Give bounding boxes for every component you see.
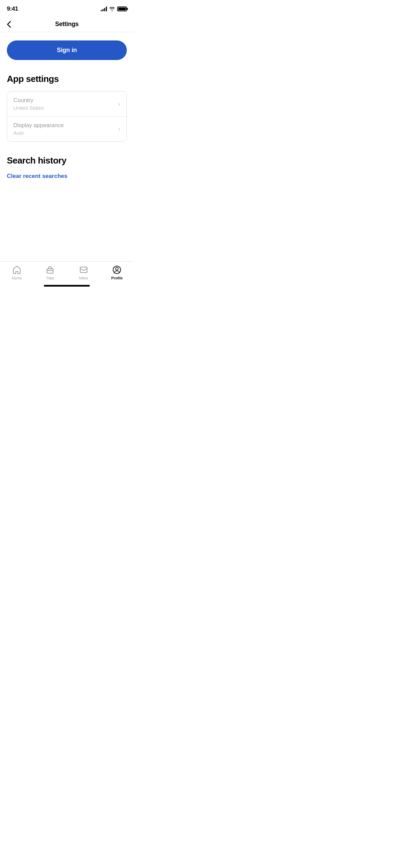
country-chevron-icon: › [118, 100, 120, 108]
home-icon [12, 265, 22, 275]
profile-icon [112, 265, 122, 275]
display-appearance-setting-value: Auto [13, 130, 64, 136]
status-time: 9:41 [7, 5, 18, 12]
search-history-section: Search history Clear recent searches [7, 155, 127, 180]
app-settings-section-title: App settings [7, 74, 127, 84]
back-chevron-icon [7, 21, 11, 28]
tab-inbox[interactable]: Inbox [67, 265, 100, 280]
display-appearance-setting-item[interactable]: Display appearance Auto › [7, 117, 126, 141]
country-setting-item[interactable]: Country United States › [7, 92, 126, 117]
tab-trips[interactable]: Trips [34, 265, 67, 280]
main-content: Sign in App settings Country United Stat… [0, 32, 134, 258]
battery-icon [117, 7, 127, 11]
tab-home[interactable]: Home [0, 265, 34, 280]
display-appearance-setting-content: Display appearance Auto [13, 122, 64, 136]
status-bar: 9:41 [0, 0, 134, 16]
tab-inbox-label: Inbox [79, 276, 88, 280]
country-setting-label: Country [13, 97, 44, 104]
tab-trips-label: Trips [46, 276, 54, 280]
page-title: Settings [55, 21, 79, 28]
home-indicator [44, 285, 90, 287]
svg-rect-0 [47, 269, 53, 273]
trips-icon [45, 265, 55, 275]
country-setting-value: United States [13, 105, 44, 111]
inbox-icon [79, 265, 88, 275]
clear-recent-searches-link[interactable]: Clear recent searches [7, 173, 68, 179]
back-button[interactable] [7, 21, 11, 28]
svg-rect-2 [80, 267, 87, 273]
signal-bars-icon [101, 7, 107, 11]
settings-items-list: Country United States › Display appearan… [7, 91, 127, 142]
status-icons [101, 7, 127, 11]
tab-home-label: Home [12, 276, 22, 280]
svg-point-4 [116, 267, 118, 270]
display-appearance-setting-label: Display appearance [13, 122, 64, 129]
search-history-section-title: Search history [7, 155, 127, 166]
sign-in-button[interactable]: Sign in [7, 40, 127, 60]
wifi-icon [109, 7, 115, 11]
tab-profile-label: Profile [111, 276, 123, 280]
tab-profile[interactable]: Profile [100, 265, 134, 280]
country-setting-content: Country United States [13, 97, 44, 111]
header: Settings [0, 16, 134, 32]
display-appearance-chevron-icon: › [118, 125, 120, 133]
